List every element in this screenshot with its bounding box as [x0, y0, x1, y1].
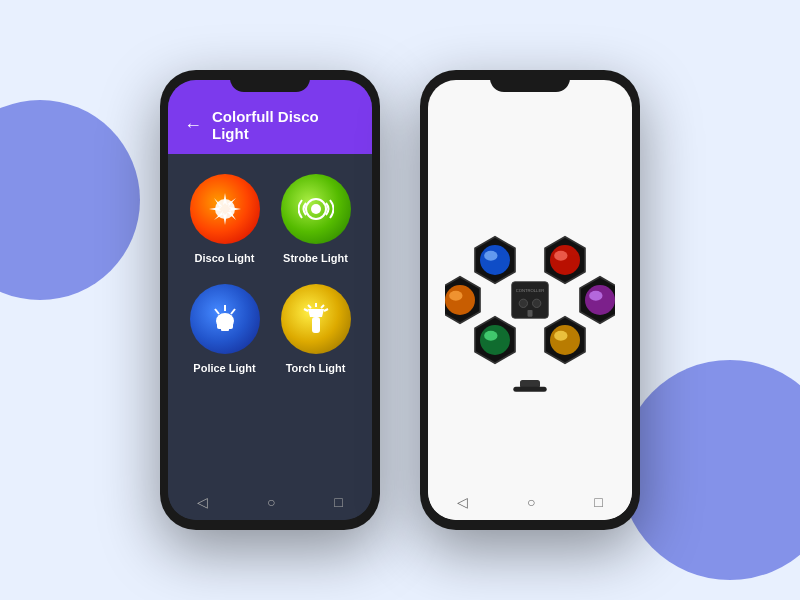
svg-point-35: [550, 325, 580, 355]
left-phone: ← Colorfull Disco Light: [160, 70, 380, 530]
svg-point-30: [554, 251, 567, 261]
svg-rect-47: [528, 310, 533, 317]
police-light-icon: [190, 284, 260, 354]
disco-light-icon: [190, 174, 260, 244]
svg-point-10: [311, 204, 321, 214]
app-title: Colorfull Disco Light: [212, 108, 356, 142]
home-nav-btn[interactable]: ○: [267, 494, 275, 510]
torch-light-label: Torch Light: [286, 362, 346, 374]
back-button[interactable]: ←: [184, 115, 202, 136]
police-light-item[interactable]: Police Light: [184, 284, 265, 374]
right-home-nav[interactable]: ○: [527, 494, 535, 510]
torch-light-item[interactable]: Torch Light: [275, 284, 356, 374]
disco-light-label: Disco Light: [195, 252, 255, 264]
strobe-light-icon: [281, 174, 351, 244]
app-header: ← Colorfull Disco Light: [168, 80, 372, 154]
svg-rect-13: [221, 327, 229, 331]
disco-light-item[interactable]: Disco Light: [184, 174, 265, 264]
svg-point-32: [585, 285, 615, 315]
left-bottom-nav: ◁ ○ □: [168, 484, 372, 520]
svg-rect-17: [312, 317, 320, 333]
svg-point-36: [554, 331, 567, 341]
svg-marker-18: [308, 309, 324, 317]
svg-line-23: [324, 309, 328, 311]
svg-point-38: [480, 325, 510, 355]
svg-point-29: [550, 245, 580, 275]
back-nav-btn[interactable]: ◁: [197, 494, 208, 510]
svg-point-41: [445, 285, 475, 315]
svg-point-42: [449, 291, 462, 301]
svg-line-20: [308, 305, 311, 308]
app-content: Disco Light: [168, 154, 372, 394]
svg-point-12: [216, 313, 234, 329]
svg-point-27: [484, 251, 497, 261]
svg-line-21: [321, 305, 324, 308]
svg-line-16: [231, 309, 235, 314]
right-phone: CONTROLLER ◁ ○ □: [420, 70, 640, 530]
right-bottom-nav: ◁ ○ □: [428, 484, 632, 520]
svg-point-39: [484, 331, 497, 341]
svg-rect-49: [513, 387, 546, 392]
right-recent-nav[interactable]: □: [594, 494, 602, 510]
svg-text:CONTROLLER: CONTROLLER: [516, 288, 544, 293]
right-phone-screen: CONTROLLER ◁ ○ □: [428, 80, 632, 520]
torch-light-icon: [281, 284, 351, 354]
svg-line-22: [304, 309, 308, 311]
recent-nav-btn[interactable]: □: [334, 494, 342, 510]
svg-point-45: [519, 299, 527, 307]
svg-line-15: [215, 309, 219, 314]
disco-product-image: CONTROLLER: [445, 200, 615, 400]
strobe-light-item[interactable]: Strobe Light: [275, 174, 356, 264]
strobe-light-label: Strobe Light: [283, 252, 348, 264]
svg-point-33: [589, 291, 602, 301]
svg-point-46: [533, 299, 541, 307]
police-light-label: Police Light: [193, 362, 255, 374]
svg-point-26: [480, 245, 510, 275]
left-phone-screen: ← Colorfull Disco Light: [168, 80, 372, 520]
right-back-nav[interactable]: ◁: [457, 494, 468, 510]
